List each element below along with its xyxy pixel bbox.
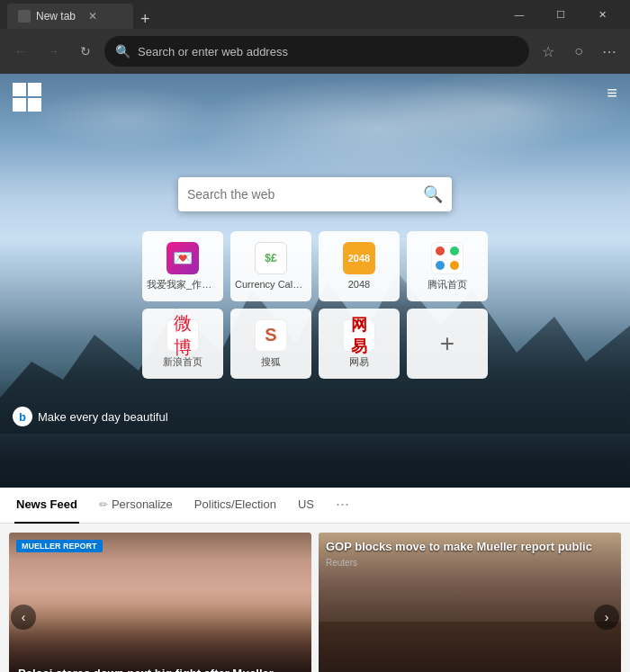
woai-icon: 💌 — [166, 242, 199, 274]
minimize-button[interactable]: — — [499, 0, 540, 29]
window-controls: — ☐ ✕ — [499, 0, 623, 29]
tab-favicon — [18, 10, 31, 22]
pelosi-card-content: Pelosi stares down next big fight after … — [9, 658, 311, 672]
quicklinks-grid: 💌 我爱我家_作者… $£ Currency Calcu… 2048 2048 … — [142, 231, 488, 379]
url-bar[interactable]: 🔍 Search or enter web address — [104, 36, 529, 67]
gop-title: GOP blocks move to make Mueller report p… — [326, 540, 614, 555]
quicklink-tencent[interactable]: 腾讯首页 — [407, 231, 488, 301]
maximize-button[interactable]: ☐ — [540, 0, 581, 29]
address-bar: ← → ↻ 🔍 Search or enter web address ☆ ○ … — [0, 29, 630, 74]
right-arrow-icon: › — [605, 610, 609, 624]
win-logo-quad-2 — [28, 83, 41, 96]
search-box[interactable]: 🔍 — [178, 177, 452, 211]
more-tabs-icon: ··· — [336, 495, 349, 514]
svg-point-1 — [450, 246, 459, 255]
bing-watermark: b Make every day beautiful — [13, 407, 168, 426]
news-card-pelosi[interactable]: MUELLER REPORT Pelosi stares down next b… — [9, 533, 311, 672]
bing-tagline: Make every day beautiful — [38, 410, 168, 424]
quicklink-wangyi[interactable]: 网易 网易 — [319, 309, 400, 379]
quicklink-2048[interactable]: 2048 2048 — [319, 231, 400, 301]
weibo-label: 新浪首页 — [163, 356, 202, 368]
news-nav-left[interactable]: ‹ — [11, 605, 36, 630]
close-button[interactable]: ✕ — [581, 0, 623, 29]
tab-title: New tab — [36, 10, 76, 22]
news-cards: ‹ › MUELLER REPORT Pelosi stares down ne… — [0, 524, 630, 672]
win-logo-quad-1 — [13, 83, 26, 96]
gop-source: Reuters — [326, 558, 614, 568]
add-icon: + — [440, 329, 454, 358]
2048-label: 2048 — [348, 279, 370, 291]
tab-close-button[interactable]: ✕ — [88, 10, 97, 22]
win-logo-quad-3 — [13, 98, 26, 112]
news-section: News Feed ✏ Personalize Politics/Electio… — [0, 488, 630, 672]
clouds-overlay — [0, 74, 630, 254]
windows-logo — [13, 83, 41, 112]
tencent-icon — [431, 242, 464, 274]
more-button[interactable]: ⋯ — [596, 38, 623, 65]
addressbar-actions: ☆ ○ ⋯ — [535, 38, 623, 65]
quicklink-weibo[interactable]: 微博 新浪首页 — [142, 309, 223, 379]
left-arrow-icon: ‹ — [22, 610, 26, 624]
pelosi-title: Pelosi stares down next big fight after … — [18, 667, 302, 672]
svg-point-0 — [436, 246, 445, 255]
tab-more[interactable]: ··· — [334, 488, 351, 524]
2048-icon: 2048 — [343, 242, 375, 274]
tab-us[interactable]: US — [296, 488, 316, 524]
svg-point-3 — [450, 261, 459, 270]
souhu-icon: S — [255, 319, 287, 352]
wangyi-icon: 网易 — [343, 319, 375, 352]
tab-politics[interactable]: Politics/Election — [193, 488, 278, 524]
pelosi-overlay — [9, 533, 311, 672]
gop-top-content: GOP blocks move to make Mueller report p… — [326, 540, 614, 568]
woai-label: 我爱我家_作者… — [147, 279, 219, 291]
wangyi-label: 网易 — [349, 356, 369, 368]
quicklink-woai[interactable]: 💌 我爱我家_作者… — [142, 231, 223, 301]
tencent-label: 腾讯首页 — [428, 279, 467, 291]
currency-label: Currency Calcu… — [235, 279, 307, 291]
souhu-symbol: S — [265, 325, 276, 345]
win-logo-quad-4 — [28, 98, 41, 112]
mueller-badge: MUELLER REPORT — [16, 540, 103, 552]
pencil-icon: ✏ — [99, 498, 108, 511]
search-button[interactable]: 🔍 — [423, 184, 443, 204]
tab-news-feed[interactable]: News Feed — [14, 488, 79, 524]
forward-button[interactable]: → — [40, 38, 67, 65]
us-label: US — [298, 497, 314, 511]
tab-personalize[interactable]: ✏ Personalize — [97, 488, 175, 524]
news-nav-right[interactable]: › — [594, 605, 619, 630]
currency-icon: $£ — [255, 242, 287, 274]
souhu-label: 搜狐 — [261, 356, 281, 368]
back-button[interactable]: ← — [7, 38, 34, 65]
weibo-symbol: 微博 — [167, 311, 198, 360]
news-tabs: News Feed ✏ Personalize Politics/Electio… — [0, 488, 630, 524]
url-text: Search or enter web address — [138, 45, 288, 58]
quicklink-currency[interactable]: $£ Currency Calcu… — [230, 231, 311, 301]
weibo-icon: 微博 — [166, 319, 199, 352]
new-tab-button[interactable]: + — [133, 10, 158, 29]
svg-point-2 — [436, 261, 445, 270]
news-card-gop[interactable]: GOP blocks move to make Mueller report p… — [319, 533, 621, 672]
hero-section: ≡ 🔍 💌 我爱我家_作者… $£ Currency Calcu… 2048 2… — [0, 74, 630, 488]
tencent-svg — [434, 245, 461, 272]
titlebar: New tab ✕ + — ☐ ✕ — [0, 0, 630, 29]
tab-area: New tab ✕ + — [7, 0, 491, 29]
search-container: 🔍 — [178, 177, 452, 211]
favorite-button[interactable]: ☆ — [535, 38, 562, 65]
bing-logo: b — [13, 407, 32, 426]
personalize-label: Personalize — [112, 497, 173, 511]
quicklink-add[interactable]: + — [407, 309, 488, 379]
wangyi-symbol: 网易 — [344, 314, 374, 357]
politics-label: Politics/Election — [194, 497, 276, 511]
search-input[interactable] — [187, 187, 416, 202]
active-tab[interactable]: New tab ✕ — [7, 4, 133, 29]
news-feed-label: News Feed — [16, 497, 77, 511]
search-icon: 🔍 — [115, 44, 130, 58]
profile-button[interactable]: ○ — [565, 38, 592, 65]
refresh-button[interactable]: ↻ — [72, 38, 99, 65]
quicklink-souhu[interactable]: S 搜狐 — [230, 309, 311, 379]
hero-menu-button[interactable]: ≡ — [607, 83, 617, 103]
